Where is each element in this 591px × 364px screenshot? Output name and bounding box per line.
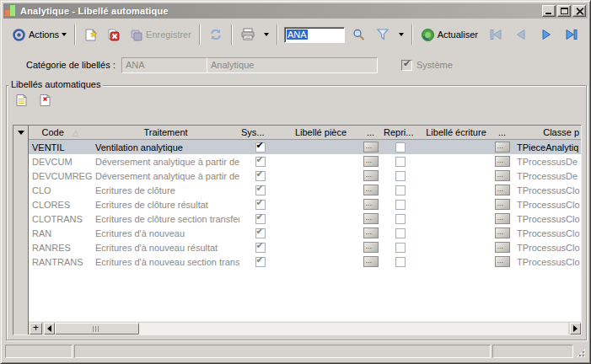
table-row[interactable]: RAN Ecritures d'à nouveau ... ... TProce… — [29, 226, 581, 240]
sys-checkbox[interactable] — [255, 185, 266, 195]
table-row[interactable]: DEVCUMREG Déversement analytique à parti… — [29, 169, 581, 183]
table-row[interactable]: CLORES Ecritures de clôture résultat ...… — [29, 197, 581, 211]
hscroll-right-button[interactable] — [570, 323, 581, 335]
print-button[interactable] — [236, 25, 260, 44]
repri-checkbox[interactable] — [395, 214, 406, 224]
table-row[interactable]: VENTIL Ventilation analytique ... ... TP… — [29, 140, 581, 154]
ellipsis-button[interactable]: ... — [495, 256, 510, 267]
sys-checkbox[interactable] — [255, 171, 266, 181]
ellipsis-button[interactable]: ... — [363, 213, 379, 224]
cell-classe: TProcessusClo — [512, 211, 581, 226]
repri-checkbox[interactable] — [395, 228, 406, 238]
nav-last-button[interactable] — [560, 25, 583, 44]
table-row[interactable]: CLOTRANS Ecritures de clôture section tr… — [29, 211, 581, 226]
minimize-button[interactable] — [542, 5, 556, 17]
repri-checkbox[interactable] — [395, 185, 406, 195]
grid-new-row-button[interactable] — [12, 91, 30, 110]
filter-button[interactable] — [371, 25, 395, 44]
delete-record-button[interactable] — [102, 25, 125, 45]
cell-classe: TProcessusClo — [512, 240, 581, 254]
column-header-ellipsis[interactable]: ... — [492, 126, 512, 139]
save-button[interactable]: Enregistrer — [125, 25, 196, 45]
filter-options-button[interactable] — [395, 30, 408, 39]
search-input[interactable]: ANA — [284, 27, 345, 43]
ellipsis-button[interactable]: ... — [363, 256, 379, 267]
ellipsis-button[interactable]: ... — [363, 156, 379, 167]
sys-checkbox[interactable] — [255, 257, 266, 267]
resize-grip[interactable] — [575, 347, 586, 358]
cell-classe: TPieceAnalytiq — [512, 140, 581, 154]
column-header-libelle-piece[interactable]: Libellé pièce — [281, 126, 361, 139]
ellipsis-button[interactable]: ... — [495, 228, 510, 238]
sys-checkbox[interactable] — [255, 200, 266, 210]
table-row[interactable]: DEVCUM Déversement analytique à partir d… — [29, 154, 581, 169]
nav-first-button[interactable] — [484, 25, 508, 44]
refresh-button[interactable] — [204, 25, 228, 44]
hscroll-thumb[interactable] — [55, 323, 139, 335]
sys-checkbox[interactable] — [255, 157, 266, 167]
actualiser-label: Actualiser — [438, 29, 478, 40]
titlebar[interactable]: Analytique - Libellé automatique — [3, 3, 588, 19]
ellipsis-button[interactable]: ... — [363, 228, 379, 238]
category-code-field[interactable]: ANA — [121, 57, 207, 73]
cell-code: CLOTRANS — [29, 211, 92, 226]
new-record-button[interactable] — [79, 25, 102, 45]
ellipsis-button[interactable]: ... — [495, 242, 510, 253]
sys-checkbox[interactable] — [255, 228, 266, 238]
ellipsis-button[interactable]: ... — [363, 142, 379, 153]
hscroll-track[interactable] — [139, 323, 568, 335]
filter-icon — [375, 28, 390, 41]
column-header-repri[interactable]: Repri... — [380, 126, 420, 139]
repri-checkbox[interactable] — [395, 171, 406, 181]
sys-checkbox[interactable] — [255, 243, 266, 253]
ellipsis-button[interactable]: ... — [495, 142, 510, 153]
ellipsis-button[interactable]: ... — [363, 199, 379, 210]
table-row[interactable]: RANTRANS Ecritures d'à nouveau section t… — [29, 254, 581, 269]
grid-delete-row-button[interactable] — [35, 91, 54, 110]
hscroll-left-button[interactable] — [44, 323, 55, 335]
repri-checkbox[interactable] — [395, 200, 406, 210]
sys-checkbox[interactable] — [255, 142, 266, 153]
print-options-button[interactable] — [260, 30, 273, 39]
sys-checkbox[interactable] — [255, 214, 266, 224]
sort-ascending-icon: △ — [73, 128, 79, 137]
libelles-grid: Code △ Traitement Sys... Libellé pièce .… — [13, 125, 582, 335]
actions-button[interactable]: Actions — [8, 25, 71, 45]
repri-checkbox[interactable] — [395, 157, 406, 167]
cell-libelle-piece — [281, 254, 361, 269]
systeme-checkbox[interactable] — [401, 60, 412, 71]
ellipsis-button[interactable]: ... — [495, 156, 510, 167]
column-header-classe[interactable]: Classe p — [512, 126, 581, 139]
actualiser-button[interactable]: Actualiser — [416, 25, 482, 45]
column-header-code[interactable]: Code △ — [29, 126, 92, 139]
cell-code: RAN — [29, 226, 92, 240]
column-header-traitement[interactable]: Traitement — [92, 126, 239, 139]
repri-checkbox[interactable] — [395, 257, 406, 267]
toolbar-separator — [74, 24, 76, 45]
ellipsis-button[interactable]: ... — [363, 242, 379, 253]
add-row-button[interactable]: + — [30, 323, 42, 335]
category-name-field[interactable]: Analytique — [207, 57, 378, 73]
search-button[interactable] — [347, 25, 371, 45]
ellipsis-button[interactable]: ... — [495, 199, 510, 210]
cell-libelle-ecriture — [420, 254, 492, 269]
close-button[interactable] — [572, 5, 586, 17]
ellipsis-button[interactable]: ... — [495, 213, 510, 224]
delete-row-icon — [39, 94, 51, 107]
column-header-ellipsis[interactable]: ... — [361, 126, 380, 139]
repri-checkbox[interactable] — [395, 243, 406, 253]
ellipsis-button[interactable]: ... — [495, 185, 510, 195]
column-header-libelle-ecriture[interactable]: Libellé écriture — [420, 126, 492, 139]
grid-options-button[interactable] — [13, 126, 28, 140]
table-row[interactable]: RANRES Ecritures d'à nouveau résultat ..… — [29, 240, 581, 254]
ellipsis-button[interactable]: ... — [363, 185, 379, 195]
table-row[interactable]: CLO Ecritures de clôture ... ... TProces… — [29, 183, 581, 197]
application-window: Analytique - Libellé automatique Actions — [0, 0, 591, 364]
repri-checkbox[interactable] — [395, 142, 406, 153]
nav-next-button[interactable] — [535, 25, 558, 44]
nav-previous-button[interactable] — [509, 25, 533, 44]
ellipsis-button[interactable]: ... — [495, 170, 510, 181]
column-header-sys[interactable]: Sys... — [239, 126, 281, 139]
ellipsis-button[interactable]: ... — [363, 170, 379, 181]
maximize-button[interactable] — [557, 5, 571, 17]
